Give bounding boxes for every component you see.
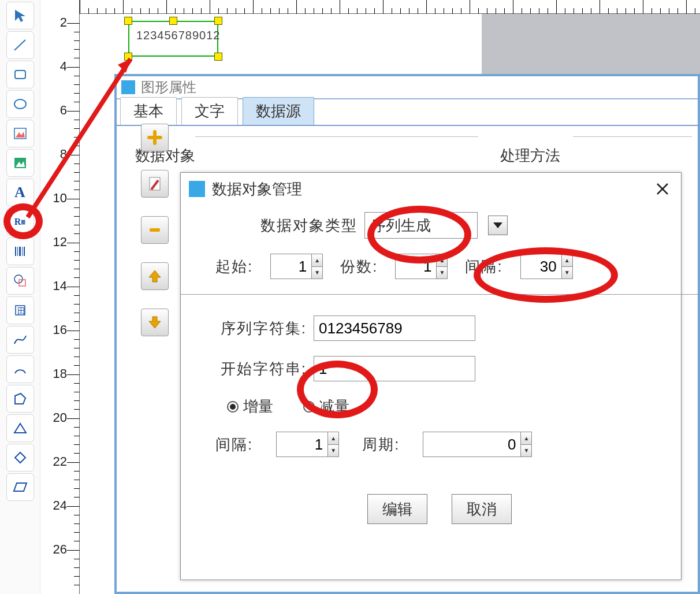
add-data-object-button[interactable] xyxy=(141,124,169,151)
selected-text-object[interactable]: 123456789012 xyxy=(128,21,218,57)
svg-line-24 xyxy=(28,59,131,217)
data-object-type-dropdown[interactable] xyxy=(488,216,508,235)
selected-text-value: 123456789012 xyxy=(136,29,220,42)
svg-rect-11 xyxy=(24,247,25,256)
svg-text:田: 田 xyxy=(17,306,25,315)
data-object-type-label: 数据对象类型 xyxy=(259,216,358,236)
svg-marker-18 xyxy=(15,452,25,463)
startstr-label: 开始字符串: xyxy=(215,359,307,379)
edit-button[interactable]: 编辑 xyxy=(367,494,427,524)
remove-data-object-button[interactable] xyxy=(141,216,169,244)
svg-marker-19 xyxy=(14,483,27,491)
dialog-divider xyxy=(181,294,698,295)
group-process-method-label: 处理方法 xyxy=(500,147,560,164)
dialog-icon xyxy=(189,181,205,197)
dialog-close-button[interactable] xyxy=(652,179,673,199)
svg-point-12 xyxy=(14,275,23,283)
svg-rect-8 xyxy=(17,247,18,256)
start-input[interactable] xyxy=(270,254,312,279)
tool-diamond[interactable] xyxy=(6,444,34,472)
dialog-buttons: 编辑 取消 xyxy=(215,494,664,524)
charset-input[interactable] xyxy=(314,315,475,341)
tool-stamp[interactable]: 田 xyxy=(6,296,34,324)
dialog-titlebar: 数据对象管理 xyxy=(181,173,681,205)
properties-title-text: 图形属性 xyxy=(141,78,196,96)
svg-rect-9 xyxy=(19,247,21,256)
horizontal-ruler xyxy=(80,0,700,14)
svg-rect-21 xyxy=(150,228,160,232)
tool-barcode[interactable] xyxy=(6,237,34,265)
period-label: 周期: xyxy=(362,435,400,455)
properties-body: 数据对象 处理方法 xyxy=(117,126,698,166)
annotation-circle-type xyxy=(367,206,471,263)
tool-triangle[interactable] xyxy=(6,414,34,442)
copies-label: 份数: xyxy=(340,257,378,277)
move-up-button[interactable] xyxy=(141,262,169,290)
properties-tabs: 基本 文字 数据源 xyxy=(117,99,698,126)
annotation-circle-startstr xyxy=(297,361,378,418)
tool-combine[interactable] xyxy=(6,267,34,295)
tool-parallelogram[interactable] xyxy=(6,473,34,501)
tab-text[interactable]: 文字 xyxy=(181,97,238,125)
interval2-label: 间隔: xyxy=(215,435,253,455)
period-input[interactable] xyxy=(423,432,521,457)
cancel-button[interactable]: 取消 xyxy=(452,494,512,524)
annotation-circle-interval xyxy=(474,247,618,303)
dialog-title-text: 数据对象管理 xyxy=(212,179,302,199)
close-icon xyxy=(656,182,669,196)
data-object-side-buttons xyxy=(141,124,169,336)
charset-label: 序列字符集: xyxy=(215,318,307,339)
interval2-input[interactable] xyxy=(276,432,328,457)
annotation-arrow xyxy=(23,51,139,224)
tool-curve[interactable] xyxy=(6,326,34,354)
increment-radio-label: 增量 xyxy=(243,396,273,417)
tool-polygon[interactable] xyxy=(6,385,34,413)
interval2-spinner[interactable]: ▲▼ xyxy=(327,432,339,457)
svg-marker-16 xyxy=(15,393,25,404)
edit-data-object-button[interactable] xyxy=(141,170,169,198)
svg-rect-10 xyxy=(22,247,23,256)
period-spinner[interactable]: ▲▼ xyxy=(520,432,532,457)
tab-datasource[interactable]: 数据源 xyxy=(243,97,314,125)
tool-pointer[interactable] xyxy=(6,2,34,29)
properties-title: 图形属性 xyxy=(117,76,698,99)
start-label: 起始: xyxy=(215,257,253,277)
start-spinner[interactable]: ▲▼ xyxy=(311,254,323,279)
svg-marker-23 xyxy=(149,317,161,328)
svg-line-0 xyxy=(14,40,25,50)
tool-arc[interactable] xyxy=(6,355,34,383)
svg-marker-17 xyxy=(14,424,26,433)
svg-marker-22 xyxy=(149,270,161,282)
move-down-button[interactable] xyxy=(141,309,169,336)
increment-radio[interactable]: 增量 xyxy=(227,396,273,417)
svg-rect-7 xyxy=(15,247,16,256)
